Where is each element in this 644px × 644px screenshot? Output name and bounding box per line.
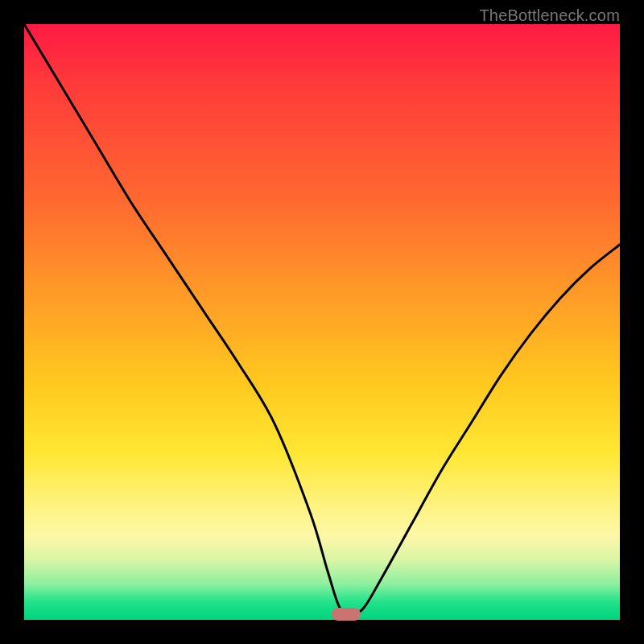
optimal-marker [332,608,361,621]
watermark-text: TheBottleneck.com [479,6,620,25]
curve-svg [24,24,620,620]
chart-container: TheBottleneck.com [0,0,644,644]
bottleneck-curve-path [24,24,620,614]
plot-area [24,24,620,620]
